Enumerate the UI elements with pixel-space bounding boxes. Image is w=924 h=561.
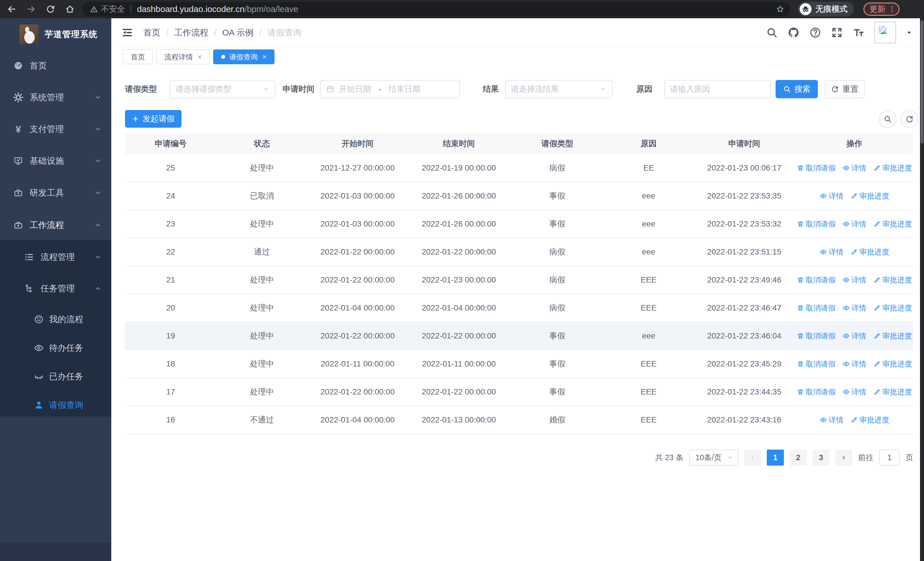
sidebar-item-my-process[interactable]: 我的流程 bbox=[0, 305, 111, 334]
home-icon[interactable] bbox=[65, 4, 75, 14]
font-size-icon[interactable] bbox=[853, 27, 865, 39]
detail-link[interactable]: 详情 bbox=[842, 219, 866, 229]
table-row[interactable]: 23 处理中 2022-01-03 00:00:00 2022-01-26 00… bbox=[125, 210, 913, 238]
detail-link[interactable]: 详情 bbox=[819, 247, 843, 257]
sidebar-item-leave-query[interactable]: 请假查询 bbox=[0, 391, 111, 419]
user-avatar[interactable] bbox=[874, 22, 896, 44]
delete-icon bbox=[797, 304, 804, 311]
reason-input[interactable] bbox=[670, 84, 765, 94]
detail-link[interactable]: 详情 bbox=[842, 275, 866, 285]
table-row[interactable]: 24 已取消 2022-01-03 00:00:00 2022-01-26 00… bbox=[125, 182, 913, 210]
detail-link[interactable]: 详情 bbox=[842, 331, 866, 341]
url-bar[interactable]: 不安全 dashboard.yudao.iocoder.cn /bpm/oa/l… bbox=[82, 2, 790, 16]
back-icon[interactable] bbox=[7, 4, 16, 14]
detail-link[interactable]: 详情 bbox=[819, 191, 843, 201]
bookmark-star-icon[interactable] bbox=[776, 5, 785, 14]
table-search-button[interactable] bbox=[879, 110, 897, 128]
sidebar-item-todo-tasks[interactable]: 待办任务 bbox=[0, 334, 111, 362]
help-icon[interactable] bbox=[809, 27, 821, 39]
goto-label: 前往 bbox=[858, 453, 873, 463]
approval-progress-link[interactable]: 审批进度 bbox=[873, 163, 912, 173]
approval-progress-link[interactable]: 审批进度 bbox=[873, 275, 912, 285]
page-button-2[interactable]: 2 bbox=[790, 450, 807, 466]
create-leave-button[interactable]: 发起请假 bbox=[125, 110, 182, 128]
page-button-3[interactable]: 3 bbox=[812, 450, 830, 466]
site-security[interactable]: 不安全 bbox=[90, 4, 125, 15]
table-row[interactable]: 22 通过 2022-01-22 00:00:00 2022-01-22 00:… bbox=[125, 238, 913, 266]
user-menu-caret-icon[interactable] bbox=[906, 29, 913, 36]
sidebar-item-task-mgmt[interactable]: 任务管理 bbox=[0, 274, 111, 303]
page-scrollbar[interactable] bbox=[920, 18, 924, 561]
fullscreen-icon[interactable] bbox=[831, 27, 843, 39]
cancel-leave-link[interactable]: 取消请假 bbox=[797, 331, 836, 341]
table-row[interactable]: 19 处理中 2022-01-22 00:00:00 2022-01-22 00… bbox=[125, 322, 913, 350]
table-row[interactable]: 16 不通过 2022-01-04 00:00:00 2022-01-13 00… bbox=[125, 406, 913, 434]
sidebar-item-system[interactable]: 系统管理 bbox=[0, 83, 111, 112]
sidebar-item-home[interactable]: 首页 bbox=[0, 51, 111, 80]
github-icon[interactable] bbox=[788, 27, 800, 39]
reload-icon[interactable] bbox=[46, 4, 56, 14]
sidebar-item-done-tasks[interactable]: 已办任务 bbox=[0, 362, 111, 391]
table-row[interactable]: 18 处理中 2022-01-11 00:00:00 2022-01-11 00… bbox=[125, 350, 913, 378]
breadcrumb-item[interactable]: 工作流程 bbox=[174, 27, 208, 39]
browser-menu-icon[interactable] bbox=[888, 5, 896, 13]
approval-progress-link[interactable]: 审批进度 bbox=[850, 415, 889, 425]
goto-page-input[interactable] bbox=[879, 450, 900, 466]
cancel-leave-link[interactable]: 取消请假 bbox=[797, 219, 836, 229]
approval-progress-link[interactable]: 审批进度 bbox=[850, 191, 889, 201]
approval-progress-link[interactable]: 审批进度 bbox=[873, 303, 912, 313]
list-icon bbox=[24, 252, 34, 262]
page-size-select[interactable]: 10条/页 bbox=[689, 450, 738, 466]
search-button[interactable]: 搜索 bbox=[776, 80, 818, 98]
delete-icon bbox=[797, 388, 804, 396]
delete-icon bbox=[797, 276, 804, 284]
leave-type-select[interactable]: 请选择请假类型 bbox=[170, 80, 275, 98]
detail-link[interactable]: 详情 bbox=[842, 163, 866, 173]
approval-progress-link[interactable]: 审批进度 bbox=[873, 359, 912, 369]
sidebar-item-devtools[interactable]: 研发工具 bbox=[0, 179, 111, 207]
breadcrumb-separator: / bbox=[260, 28, 262, 38]
cancel-leave-link[interactable]: 取消请假 bbox=[797, 275, 836, 285]
next-page-button[interactable] bbox=[835, 450, 852, 466]
close-icon[interactable]: × bbox=[262, 53, 267, 62]
detail-link[interactable]: 详情 bbox=[842, 387, 866, 397]
detail-link[interactable]: 详情 bbox=[842, 303, 866, 313]
cancel-leave-link[interactable]: 取消请假 bbox=[797, 163, 836, 173]
breadcrumb-item[interactable]: 首页 bbox=[143, 27, 160, 39]
sidebar-item-workflow[interactable]: 工作流程 bbox=[0, 211, 111, 239]
collapse-menu-icon[interactable] bbox=[122, 27, 133, 38]
update-button[interactable]: 更新 bbox=[864, 3, 900, 16]
apply-time-range-picker[interactable]: 开始日期 - 结束日期 bbox=[320, 80, 460, 98]
approval-progress-link[interactable]: 审批进度 bbox=[850, 247, 889, 257]
table-row[interactable]: 17 处理中 2022-01-22 00:00:00 2022-01-22 00… bbox=[125, 378, 913, 406]
close-icon[interactable]: × bbox=[198, 53, 202, 62]
breadcrumb-item[interactable]: OA 示例 bbox=[222, 27, 254, 39]
table-row[interactable]: 25 处理中 2021-12-27 00:00:00 2022-01-19 00… bbox=[125, 154, 913, 182]
approval-progress-link[interactable]: 审批进度 bbox=[873, 331, 912, 341]
forward-icon[interactable] bbox=[26, 4, 36, 14]
prev-page-button[interactable] bbox=[744, 450, 761, 466]
detail-link[interactable]: 详情 bbox=[842, 359, 866, 369]
scrollbar-thumb[interactable] bbox=[921, 21, 923, 143]
sidebar-item-infrastructure[interactable]: 基础设施 bbox=[0, 146, 111, 175]
cancel-leave-link[interactable]: 取消请假 bbox=[797, 303, 836, 313]
table-row[interactable]: 20 处理中 2022-01-04 00:00:00 2022-01-04 00… bbox=[125, 294, 913, 322]
search-icon[interactable] bbox=[766, 27, 778, 39]
approval-progress-link[interactable]: 审批进度 bbox=[873, 387, 912, 397]
table-row[interactable]: 21 处理中 2022-01-22 00:00:00 2022-01-23 00… bbox=[125, 266, 913, 294]
tab-process-detail[interactable]: 流程详情 × bbox=[156, 50, 210, 64]
approval-progress-link[interactable]: 审批进度 bbox=[873, 219, 912, 229]
person-icon bbox=[34, 400, 44, 410]
sidebar-item-payment[interactable]: ¥ 支付管理 bbox=[0, 115, 111, 143]
chevron-down-icon bbox=[94, 125, 102, 133]
reset-button[interactable]: 重置 bbox=[825, 80, 865, 98]
sidebar-item-process-mgmt[interactable]: 流程管理 bbox=[0, 243, 111, 271]
tab-leave-query[interactable]: 请假查询 × bbox=[213, 50, 274, 64]
result-select[interactable]: 请选择流结果 bbox=[505, 80, 613, 98]
cancel-leave-link[interactable]: 取消请假 bbox=[797, 387, 836, 397]
table-refresh-button[interactable] bbox=[901, 110, 918, 128]
page-button-1[interactable]: 1 bbox=[767, 450, 784, 466]
detail-link[interactable]: 详情 bbox=[819, 415, 843, 425]
tab-home[interactable]: 首页 bbox=[123, 50, 153, 64]
cancel-leave-link[interactable]: 取消请假 bbox=[797, 359, 836, 369]
